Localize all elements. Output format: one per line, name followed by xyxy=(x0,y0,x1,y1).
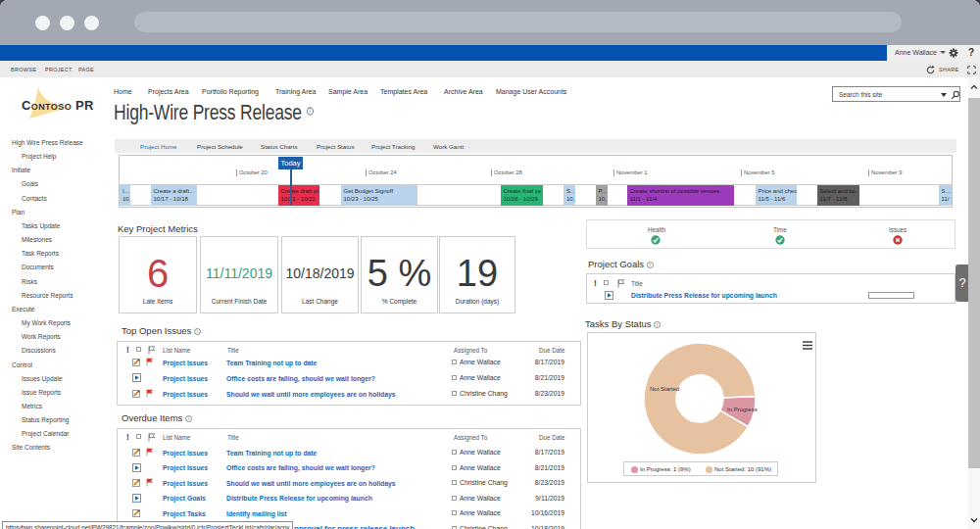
svg-text:Not Started: Not Started xyxy=(650,386,679,392)
svg-text:Contoso PR: Contoso PR xyxy=(22,98,94,113)
svg-text:In Progress: In Progress xyxy=(727,407,758,412)
